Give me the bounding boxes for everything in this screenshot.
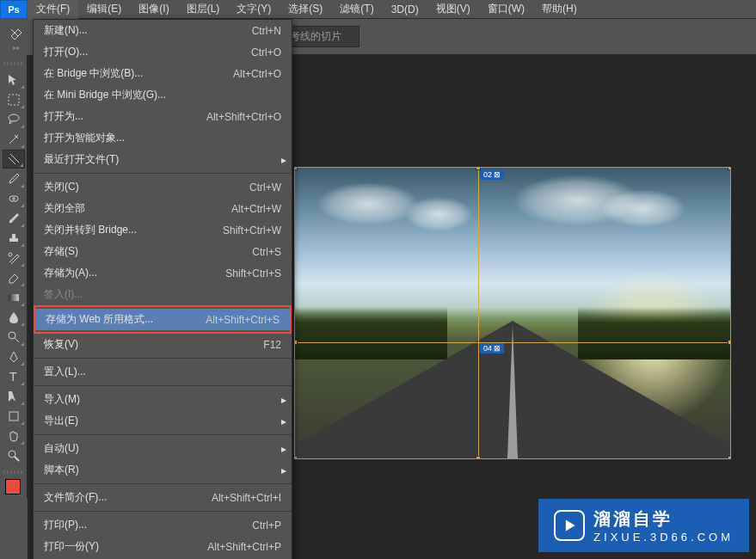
slice-handle[interactable] [294, 167, 298, 170]
menu-export[interactable]: 导出(E)▸ [34, 410, 292, 432]
move-tool[interactable] [3, 71, 25, 89]
slice-handle[interactable] [294, 456, 298, 459]
menu-revert[interactable]: 恢复(V)F12 [34, 334, 292, 355]
slice-handle[interactable] [476, 456, 481, 459]
slice-handle[interactable] [728, 167, 731, 170]
menu-label: 签入(I)... [44, 287, 83, 302]
shortcut: Alt+Shift+Ctrl+S [206, 314, 280, 326]
svg-point-1 [9, 114, 19, 121]
submenu-arrow-icon: ▸ [281, 154, 286, 166]
stamp-tool[interactable] [3, 229, 25, 248]
menu-save-as[interactable]: 存储为(A)...Shift+Ctrl+S [34, 262, 292, 284]
menu-place[interactable]: 置入(L)... [34, 361, 292, 383]
menu-scripts[interactable]: 脚本(R)▸ [34, 459, 292, 481]
menu-file[interactable]: 文件(F) [28, 0, 78, 19]
gradient-tool[interactable] [3, 288, 25, 307]
menu-file-info[interactable]: 文件简介(F)...Alt+Shift+Ctrl+I [34, 487, 292, 508]
eraser-tool[interactable] [3, 268, 25, 287]
watermark-title: 溜溜自学 [593, 507, 734, 531]
type-tool[interactable]: T [3, 367, 25, 386]
history-brush-tool[interactable] [3, 249, 25, 267]
slice-tool[interactable] [3, 150, 25, 169]
menu-print[interactable]: 打印(P)...Ctrl+P [34, 514, 292, 536]
play-icon [554, 510, 585, 541]
menu-edit[interactable]: 编辑(E) [78, 0, 130, 19]
eyedropper-tool[interactable] [3, 169, 25, 188]
menu-save-for-web[interactable]: 存储为 Web 所用格式...Alt+Shift+Ctrl+S [35, 309, 290, 330]
menu-browse-minibridge[interactable]: 在 Mini Bridge 中浏览(G)... [34, 84, 292, 106]
menu-close[interactable]: 关闭(C)Ctrl+W [34, 176, 292, 198]
shortcut: Alt+Shift+Ctrl+P [207, 541, 281, 553]
menu-label: 打印一份(Y) [44, 539, 99, 554]
menu-browse-bridge[interactable]: 在 Bridge 中浏览(B)...Alt+Ctrl+O [34, 63, 292, 84]
document-canvas[interactable]: 02⊠ 04⊠ [294, 167, 731, 459]
shortcut: Shift+Ctrl+S [225, 267, 281, 280]
dodge-tool[interactable] [3, 328, 25, 347]
menu-window[interactable]: 窗口(W) [479, 0, 533, 19]
shortcut: Alt+Ctrl+O [233, 68, 281, 80]
zoom-tool[interactable] [3, 446, 25, 465]
menu-label: 关闭并转到 Bridge... [44, 223, 137, 237]
menu-3d[interactable]: 3D(D) [383, 1, 427, 18]
slice-icon: ⊠ [494, 170, 501, 179]
menu-open-smartobject[interactable]: 打开为智能对象... [34, 127, 292, 149]
shape-tool[interactable] [3, 407, 25, 426]
menu-recent[interactable]: 最近打开文件(T)▸ [34, 149, 292, 170]
healing-tool[interactable] [3, 189, 25, 208]
separator [3, 470, 23, 474]
expand-icon[interactable]: ▸▸ [13, 46, 20, 49]
slice-handle[interactable] [728, 456, 731, 459]
hand-tool[interactable] [3, 427, 25, 445]
menu-filter[interactable]: 滤镜(T) [331, 0, 382, 19]
slice-handle[interactable] [728, 340, 731, 345]
wand-tool[interactable] [3, 130, 25, 149]
separator [34, 358, 292, 359]
menu-open-as[interactable]: 打开为...Alt+Shift+Ctrl+O [34, 106, 292, 127]
menu-import[interactable]: 导入(M)▸ [34, 389, 292, 410]
marquee-tool[interactable] [3, 90, 25, 109]
tools-panel: T [0, 55, 28, 498]
lasso-tool[interactable] [3, 110, 25, 129]
menu-type[interactable]: 文字(Y) [228, 0, 280, 19]
menu-label: 打开为智能对象... [44, 131, 125, 145]
menu-select[interactable]: 选择(S) [280, 0, 331, 19]
blur-tool[interactable] [3, 308, 25, 327]
menu-label: 导入(M) [44, 392, 80, 407]
menu-label: 打开(O)... [44, 45, 88, 59]
pen-tool[interactable] [3, 347, 25, 366]
svg-text:T: T [9, 370, 17, 384]
menu-view[interactable]: 视图(V) [427, 0, 479, 19]
menu-label: 在 Bridge 中浏览(B)... [44, 66, 143, 81]
app-logo[interactable]: Ps [0, 0, 28, 19]
foreground-color[interactable] [5, 479, 21, 494]
menu-print-one[interactable]: 打印一份(Y)Alt+Shift+Ctrl+P [34, 536, 292, 557]
brush-tool[interactable] [3, 209, 25, 228]
separator [34, 434, 292, 435]
submenu-arrow-icon: ▸ [281, 415, 286, 427]
svg-rect-7 [9, 412, 18, 421]
slice-badge-02[interactable]: 02⊠ [480, 169, 504, 180]
path-tool[interactable] [3, 387, 25, 406]
menu-layer[interactable]: 图层(L) [178, 0, 229, 19]
slice-tool-icon[interactable] [5, 25, 28, 44]
menu-new[interactable]: 新建(N)...Ctrl+N [34, 20, 292, 41]
menu-open[interactable]: 打开(O)...Ctrl+O [34, 41, 292, 63]
watermark: 溜溜自学 ZIXUE.3D66.COM [538, 499, 749, 552]
slice-guide-vertical[interactable] [478, 168, 479, 458]
slice-handle[interactable] [476, 167, 481, 170]
menu-label: 在 Mini Bridge 中浏览(G)... [44, 88, 166, 102]
menu-label: 打印(P)... [44, 518, 87, 532]
slice-badge-04[interactable]: 04⊠ [480, 343, 504, 353]
menu-label: 置入(L)... [44, 365, 86, 379]
menu-label: 自动(U) [44, 441, 79, 456]
menu-image[interactable]: 图像(I) [130, 0, 177, 19]
menu-label: 导出(E) [44, 414, 78, 428]
menu-close-to-bridge[interactable]: 关闭并转到 Bridge...Shift+Ctrl+W [34, 219, 292, 241]
menu-close-all[interactable]: 关闭全部Alt+Ctrl+W [34, 198, 292, 219]
menu-save[interactable]: 存储(S)Ctrl+S [34, 241, 292, 262]
slice-handle[interactable] [294, 340, 298, 345]
panel-handle[interactable] [3, 62, 23, 65]
menu-help[interactable]: 帮助(H) [533, 0, 586, 19]
menu-automate[interactable]: 自动(U)▸ [34, 438, 292, 459]
slice-guide-horizontal[interactable] [295, 342, 730, 343]
